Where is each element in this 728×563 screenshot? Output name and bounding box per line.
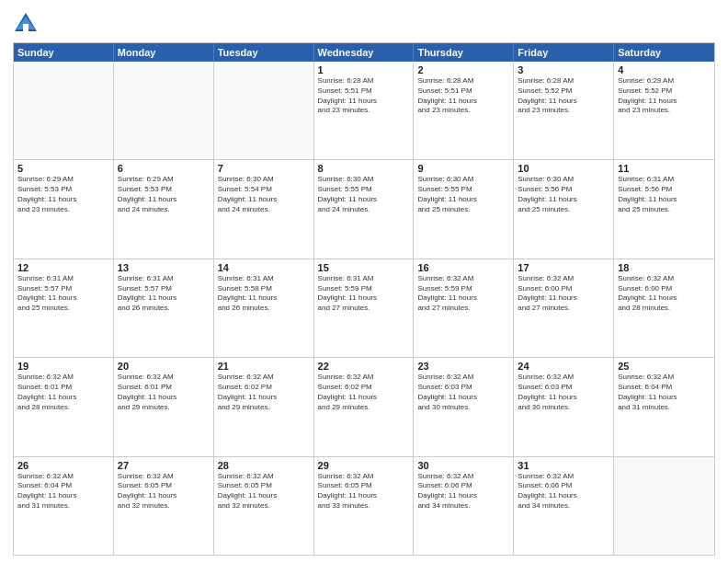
cell-info-line: Sunset: 6:04 PM bbox=[618, 383, 672, 391]
day-number: 22 bbox=[318, 361, 410, 372]
calendar-cell: 8Sunrise: 6:30 AMSunset: 5:55 PMDaylight… bbox=[314, 160, 415, 258]
cell-info-line: Sunset: 6:06 PM bbox=[417, 481, 472, 489]
day-number: 6 bbox=[118, 163, 210, 174]
cell-info-line: Sunset: 6:05 PM bbox=[318, 481, 372, 489]
cell-info: Sunrise: 6:28 AMSunset: 5:51 PMDaylight:… bbox=[318, 76, 410, 116]
calendar-header: SundayMondayTuesdayWednesdayThursdayFrid… bbox=[14, 43, 714, 62]
cell-info-line: Daylight: 11 hours bbox=[318, 393, 377, 401]
cell-info-line: Sunrise: 6:31 AM bbox=[118, 274, 174, 282]
cell-info-line: Daylight: 11 hours bbox=[417, 195, 476, 203]
cell-info-line: and 25 minutes. bbox=[17, 304, 70, 312]
cell-info-line: and 30 minutes. bbox=[518, 403, 570, 411]
day-number: 10 bbox=[518, 163, 609, 174]
cell-info-line: Daylight: 11 hours bbox=[518, 195, 576, 203]
day-number: 8 bbox=[318, 163, 410, 174]
day-number: 7 bbox=[218, 163, 310, 174]
cell-info-line: Daylight: 11 hours bbox=[318, 293, 377, 302]
logo-icon bbox=[13, 11, 39, 37]
cell-info: Sunrise: 6:32 AMSunset: 6:03 PMDaylight:… bbox=[417, 373, 509, 412]
cell-info-line: Sunrise: 6:32 AM bbox=[318, 472, 374, 480]
calendar-cell: 2Sunrise: 6:28 AMSunset: 5:51 PMDaylight… bbox=[414, 62, 514, 159]
cell-info-line: and 23 minutes. bbox=[417, 106, 470, 114]
cell-info-line: Daylight: 11 hours bbox=[417, 491, 476, 500]
cell-info: Sunrise: 6:32 AMSunset: 6:04 PMDaylight:… bbox=[618, 373, 711, 412]
day-number: 29 bbox=[318, 460, 410, 471]
cell-info-line: and 26 minutes. bbox=[218, 304, 270, 312]
cell-info-line: and 23 minutes. bbox=[17, 205, 70, 213]
calendar-cell: 1Sunrise: 6:28 AMSunset: 5:51 PMDaylight… bbox=[314, 62, 415, 159]
calendar-cell bbox=[214, 62, 314, 159]
cell-info-line: Daylight: 11 hours bbox=[618, 293, 677, 302]
calendar-cell: 26Sunrise: 6:32 AMSunset: 6:04 PMDayligh… bbox=[14, 457, 114, 555]
cell-info-line: Sunrise: 6:32 AM bbox=[417, 373, 473, 381]
cell-info-line: Daylight: 11 hours bbox=[318, 195, 377, 203]
day-number: 9 bbox=[417, 163, 509, 174]
cell-info-line: Sunset: 6:02 PM bbox=[318, 383, 372, 391]
cell-info: Sunrise: 6:32 AMSunset: 6:01 PMDaylight:… bbox=[17, 373, 109, 412]
cell-info-line: and 29 minutes. bbox=[118, 403, 170, 411]
cell-info-line: Daylight: 11 hours bbox=[118, 393, 176, 401]
day-number: 4 bbox=[618, 64, 711, 75]
cell-info-line: Sunset: 5:53 PM bbox=[118, 185, 172, 193]
calendar: SundayMondayTuesdayWednesdayThursdayFrid… bbox=[13, 42, 715, 556]
cell-info-line: Sunrise: 6:30 AM bbox=[318, 175, 374, 183]
cell-info: Sunrise: 6:30 AMSunset: 5:54 PMDaylight:… bbox=[218, 175, 310, 214]
cell-info-line: Sunset: 5:59 PM bbox=[417, 284, 472, 293]
cell-info-line: Sunset: 6:03 PM bbox=[518, 383, 572, 391]
cell-info-line: Sunrise: 6:32 AM bbox=[118, 373, 174, 381]
cell-info-line: Sunset: 5:59 PM bbox=[318, 284, 372, 293]
cell-info-line: Sunrise: 6:28 AM bbox=[417, 76, 473, 85]
calendar-cell: 12Sunrise: 6:31 AMSunset: 5:57 PMDayligh… bbox=[14, 259, 114, 357]
calendar-cell: 9Sunrise: 6:30 AMSunset: 5:55 PMDaylight… bbox=[414, 160, 514, 258]
cell-info-line: Sunrise: 6:31 AM bbox=[218, 274, 274, 282]
calendar-cell: 24Sunrise: 6:32 AMSunset: 6:03 PMDayligh… bbox=[514, 358, 614, 455]
cell-info-line: Daylight: 11 hours bbox=[417, 393, 476, 401]
cell-info-line: Sunset: 5:56 PM bbox=[618, 185, 672, 193]
day-number: 16 bbox=[417, 262, 509, 273]
day-number: 27 bbox=[118, 460, 210, 471]
cell-info-line: Sunset: 5:55 PM bbox=[417, 185, 472, 193]
calendar-cell: 13Sunrise: 6:31 AMSunset: 5:57 PMDayligh… bbox=[114, 259, 214, 357]
cell-info-line: Sunset: 5:52 PM bbox=[618, 86, 672, 95]
calendar-cell: 4Sunrise: 6:29 AMSunset: 5:52 PMDaylight… bbox=[614, 62, 714, 159]
cell-info: Sunrise: 6:32 AMSunset: 6:06 PMDaylight:… bbox=[518, 472, 609, 511]
logo bbox=[13, 11, 40, 37]
cell-info-line: and 26 minutes. bbox=[118, 304, 170, 312]
calendar-cell: 31Sunrise: 6:32 AMSunset: 6:06 PMDayligh… bbox=[514, 457, 614, 555]
cell-info-line: Sunset: 6:00 PM bbox=[518, 284, 572, 293]
cell-info: Sunrise: 6:32 AMSunset: 6:00 PMDaylight:… bbox=[618, 274, 711, 314]
day-number: 24 bbox=[518, 361, 609, 372]
cell-info-line: Daylight: 11 hours bbox=[17, 393, 76, 401]
cell-info-line: Sunset: 6:02 PM bbox=[218, 383, 272, 391]
cell-info-line: Sunrise: 6:31 AM bbox=[318, 274, 374, 282]
cell-info-line: Sunrise: 6:30 AM bbox=[518, 175, 574, 183]
cell-info-line: Sunset: 6:01 PM bbox=[17, 383, 72, 391]
cell-info-line: and 24 minutes. bbox=[318, 205, 370, 213]
cell-info-line: Daylight: 11 hours bbox=[218, 195, 277, 203]
header-day-thursday: Thursday bbox=[414, 43, 514, 62]
cell-info: Sunrise: 6:28 AMSunset: 5:51 PMDaylight:… bbox=[417, 76, 509, 116]
cell-info-line: Sunrise: 6:32 AM bbox=[218, 373, 274, 381]
header-day-monday: Monday bbox=[114, 43, 214, 62]
calendar-cell: 20Sunrise: 6:32 AMSunset: 6:01 PMDayligh… bbox=[114, 358, 214, 455]
cell-info: Sunrise: 6:29 AMSunset: 5:52 PMDaylight:… bbox=[618, 76, 711, 116]
cell-info-line: Daylight: 11 hours bbox=[17, 293, 76, 302]
cell-info-line: and 32 minutes. bbox=[118, 501, 170, 510]
calendar-cell: 18Sunrise: 6:32 AMSunset: 6:00 PMDayligh… bbox=[614, 259, 714, 357]
calendar-cell: 14Sunrise: 6:31 AMSunset: 5:58 PMDayligh… bbox=[214, 259, 314, 357]
cell-info: Sunrise: 6:32 AMSunset: 6:02 PMDaylight:… bbox=[218, 373, 310, 412]
calendar-cell: 21Sunrise: 6:32 AMSunset: 6:02 PMDayligh… bbox=[214, 358, 314, 455]
cell-info-line: and 34 minutes. bbox=[518, 501, 570, 510]
cell-info-line: Daylight: 11 hours bbox=[518, 293, 576, 302]
cell-info-line: Daylight: 11 hours bbox=[417, 293, 476, 302]
cell-info-line: and 32 minutes. bbox=[218, 501, 270, 510]
calendar-cell: 5Sunrise: 6:29 AMSunset: 5:53 PMDaylight… bbox=[14, 160, 114, 258]
cell-info-line: Daylight: 11 hours bbox=[417, 97, 476, 105]
calendar-row-2: 5Sunrise: 6:29 AMSunset: 5:53 PMDaylight… bbox=[14, 160, 714, 259]
cell-info-line: Sunset: 5:57 PM bbox=[118, 284, 172, 293]
cell-info-line: Sunrise: 6:28 AM bbox=[318, 76, 374, 85]
day-number: 26 bbox=[17, 460, 109, 471]
cell-info: Sunrise: 6:32 AMSunset: 6:00 PMDaylight:… bbox=[518, 274, 609, 314]
calendar-row-1: 1Sunrise: 6:28 AMSunset: 5:51 PMDaylight… bbox=[14, 62, 714, 160]
cell-info-line: Sunrise: 6:32 AM bbox=[417, 274, 473, 282]
